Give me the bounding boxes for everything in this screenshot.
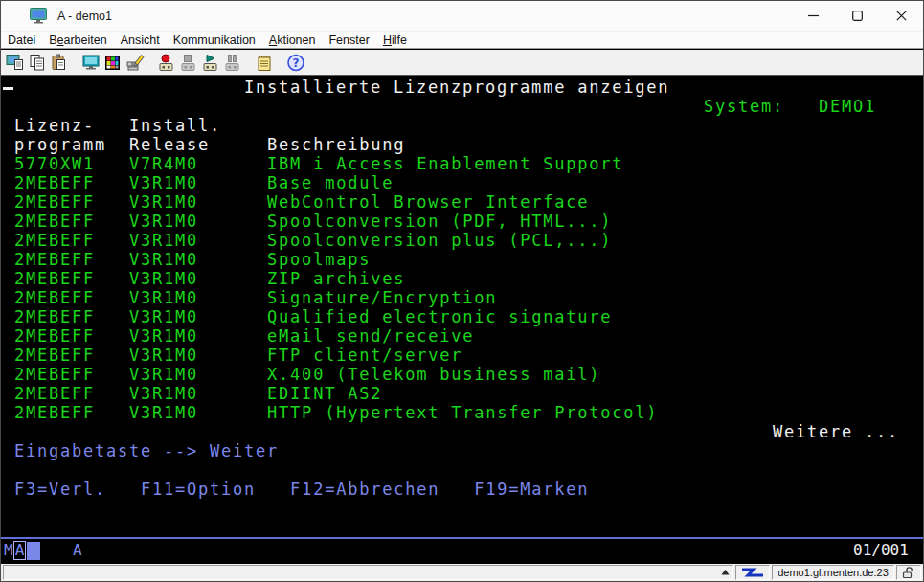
menu-item-fenster[interactable]: Fenster xyxy=(322,33,375,48)
terminal-line: Installierte Lizenzprogramme anzeigen xyxy=(244,78,669,97)
menu-item-ansicht[interactable]: Ansicht xyxy=(114,33,167,48)
terminal-app-icon xyxy=(30,8,49,25)
copy-screen-icon[interactable] xyxy=(4,51,26,74)
terminal-line: programm Release Beschreibung xyxy=(14,135,405,154)
menubar: DateiBearbeitenAnsichtKommunikationAktio… xyxy=(1,32,923,49)
color-map-icon[interactable] xyxy=(101,51,124,74)
cursor-position: 01/001 xyxy=(853,540,909,561)
table-row: 2MEBEFF V3R1M0 Spoolmaps xyxy=(14,250,371,269)
oia-input-block xyxy=(27,542,40,560)
display-setup-icon[interactable] xyxy=(79,51,101,74)
table-row: 2MEBEFF V3R1M0 Spoolconversion plus (PCL… xyxy=(14,231,612,250)
oia-status-line: M A A 01/001 xyxy=(1,540,923,563)
svg-text:?: ? xyxy=(292,56,299,70)
terminal-line: System: DEMO1 xyxy=(704,97,876,116)
paste-icon[interactable] xyxy=(48,51,70,74)
app-window: A - demo1 DateiBearbeitenAnsichtKommunik… xyxy=(0,0,924,582)
stop-macro-icon[interactable] xyxy=(177,51,199,74)
connection-icon xyxy=(735,565,770,580)
table-row: 2MEBEFF V3R1M0 Signature/Encryption xyxy=(14,288,497,307)
statusbar: demo1.gl.menten.de:23 xyxy=(1,564,923,581)
table-row: 5770XW1 V7R4M0 IBM i Access Enablement S… xyxy=(14,154,623,173)
oia-separator xyxy=(1,537,923,539)
oia-session-char: A xyxy=(73,540,82,561)
terminal-line: F3=Verl. F11=Option F12=Abbrechen F19=Ma… xyxy=(14,480,589,499)
host-address: demo1.gl.menten.de:23 xyxy=(772,565,894,580)
minimize-icon[interactable] xyxy=(791,1,835,31)
record-macro-icon[interactable] xyxy=(155,51,177,74)
up-arrow-icon[interactable] xyxy=(721,567,730,578)
oia-status-char: M xyxy=(4,540,13,561)
pause-macro-icon[interactable] xyxy=(221,51,243,74)
table-row: 2MEBEFF V3R1M0 Spoolconversion (PDF, HTM… xyxy=(14,212,612,231)
menu-item-aktionen[interactable]: Aktionen xyxy=(262,33,323,48)
close-icon[interactable] xyxy=(879,1,923,31)
menu-item-kommunikation[interactable]: Kommunikation xyxy=(167,33,262,48)
table-row: 2MEBEFF V3R1M0 ZIP archives xyxy=(14,269,405,288)
terminal-screen[interactable]: M A A 01/001 Installierte Lizenzprogramm… xyxy=(1,76,923,566)
table-row: 2MEBEFF V3R1M0 eMail send/receive xyxy=(14,326,474,346)
table-row: 2MEBEFF V3R1M0 X.400 (Telekom business m… xyxy=(14,365,600,384)
table-row: 2MEBEFF V3R1M0 FTP client/server xyxy=(14,346,462,365)
table-row: 2MEBEFF V3R1M0 HTTP (Hypertext Transfer … xyxy=(14,403,658,422)
text-cursor xyxy=(3,87,13,90)
play-macro-icon[interactable] xyxy=(199,51,221,74)
table-row: 2MEBEFF V3R1M0 WebControl Browser Interf… xyxy=(14,192,589,212)
table-row: 2MEBEFF V3R1M0 Qualified electronic sign… xyxy=(14,307,612,326)
maximize-icon[interactable] xyxy=(835,1,879,31)
window-title: A - demo1 xyxy=(57,10,112,23)
toolbar: ? xyxy=(1,50,923,76)
menu-item-datei[interactable]: Datei xyxy=(1,33,42,48)
table-row: 2MEBEFF V3R1M0 Base module xyxy=(14,173,394,192)
copy-icon[interactable] xyxy=(26,51,48,74)
lock-open-icon xyxy=(896,565,921,580)
status-message-panel xyxy=(3,565,733,580)
oia-indicators: M A xyxy=(4,540,40,561)
titlebar: A - demo1 xyxy=(1,1,923,32)
terminal-line: Weitere ... xyxy=(773,422,899,441)
scratchpad-icon[interactable] xyxy=(253,51,275,74)
oia-keyboard-char: A xyxy=(13,541,27,560)
table-row: 2MEBEFF V3R1M0 EDIINT AS2 xyxy=(14,384,382,403)
menu-item-hilfe[interactable]: Hilfe xyxy=(376,33,414,48)
keyboard-setup-icon[interactable] xyxy=(124,51,146,74)
terminal-line: Lizenz- Install. xyxy=(14,116,221,135)
menu-item-bearbeiten[interactable]: Bearbeiten xyxy=(42,33,113,48)
terminal-line: Eingabetaste --> Weiter xyxy=(14,441,279,460)
window-controls xyxy=(791,1,923,31)
help-icon[interactable]: ? xyxy=(284,51,306,74)
